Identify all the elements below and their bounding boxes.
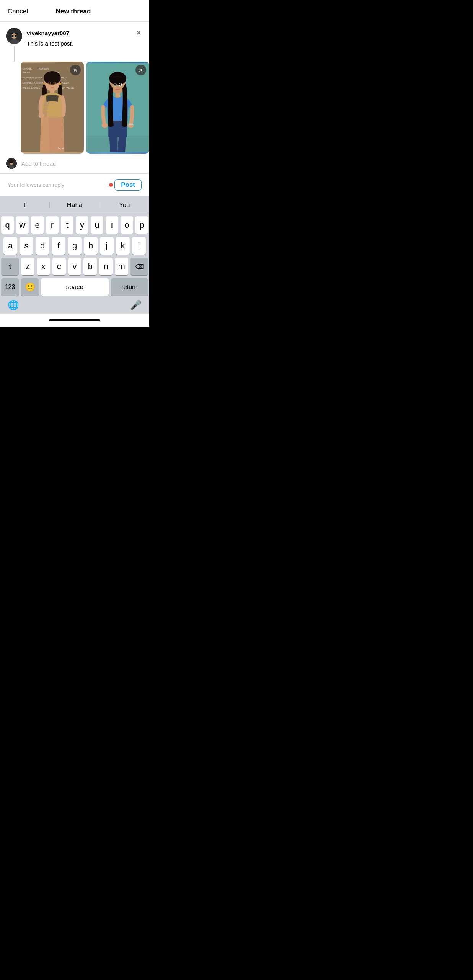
svg-rect-3: [10, 34, 11, 34]
svg-point-37: [109, 72, 126, 85]
svg-text:LAKME FASHION: LAKME FASHION: [23, 82, 44, 84]
key-x[interactable]: x: [37, 258, 50, 275]
thread-header-row: viveknayyar007 ✕: [27, 28, 143, 38]
key-w[interactable]: w: [16, 216, 29, 234]
svg-text:WEEK LAKME: WEEK LAKME: [23, 87, 41, 89]
key-f[interactable]: f: [52, 237, 65, 255]
remove-image-1-button[interactable]: ✕: [70, 65, 81, 75]
images-row: LAKME FASHION WEEK LAKME FASHION WEEK FA…: [21, 62, 149, 154]
key-l[interactable]: l: [132, 237, 146, 255]
key-a[interactable]: a: [3, 237, 17, 255]
home-bar: [49, 319, 100, 321]
keyboard-bottom-row: 🌐 🎤: [0, 297, 149, 314]
svg-text:FASHION WEEK: FASHION WEEK: [23, 76, 42, 79]
key-t[interactable]: t: [61, 216, 73, 234]
svg-text:WEEK: WEEK: [62, 82, 69, 84]
suggestion-2[interactable]: Haha: [50, 201, 99, 210]
key-row-3: ⇧ z x c v b n m ⌫: [1, 258, 148, 275]
svg-point-26: [43, 83, 45, 85]
svg-text:LAKME: LAKME: [23, 67, 32, 70]
suggestion-1[interactable]: I: [0, 201, 50, 210]
key-row-4: 123 🙂 space return: [1, 278, 148, 296]
svg-text:WEEK: WEEK: [23, 71, 30, 74]
shift-key[interactable]: ⇧: [1, 258, 19, 275]
key-g[interactable]: g: [68, 237, 82, 255]
svg-point-21: [44, 71, 61, 85]
post-button-container: Post: [109, 179, 142, 191]
keyboard: I Haha You q w e r t y u i o p a s: [0, 196, 149, 314]
reply-avatar: [6, 158, 17, 169]
thread-line-column: [6, 28, 22, 62]
key-j[interactable]: j: [100, 237, 114, 255]
svg-point-40: [114, 83, 116, 86]
keyboard-suggestions-row: I Haha You: [0, 198, 149, 213]
key-q[interactable]: q: [1, 216, 14, 234]
thread-body: viveknayyar007 ✕ This is a test post.: [27, 28, 143, 62]
post-button[interactable]: Post: [114, 179, 142, 191]
footer-bar: Your followers can reply Post: [0, 173, 149, 196]
key-b[interactable]: b: [83, 258, 97, 275]
key-row-2: a s d f g h j k l: [1, 237, 148, 255]
svg-rect-44: [129, 124, 134, 125]
svg-rect-6: [15, 35, 17, 37]
key-z[interactable]: z: [21, 258, 34, 275]
svg-point-25: [54, 82, 55, 84]
thread-post-area: viveknayyar007 ✕ This is a test post.: [0, 22, 149, 62]
return-key[interactable]: return: [111, 278, 148, 296]
emoji-key[interactable]: 🙂: [21, 278, 39, 296]
key-u[interactable]: u: [91, 216, 103, 234]
svg-point-48: [9, 159, 14, 163]
image-2[interactable]: ✕: [86, 62, 149, 154]
key-e[interactable]: e: [31, 216, 44, 234]
key-c[interactable]: c: [52, 258, 66, 275]
globe-icon[interactable]: 🌐: [8, 300, 19, 310]
space-key[interactable]: space: [41, 278, 109, 296]
microphone-icon[interactable]: 🎤: [130, 300, 142, 310]
svg-rect-5: [11, 35, 14, 37]
key-k[interactable]: k: [116, 237, 130, 255]
remove-image-2-button[interactable]: ✕: [135, 65, 146, 75]
add-thread-row[interactable]: Add to thread: [0, 154, 149, 173]
key-m[interactable]: m: [115, 258, 128, 275]
modal-title: New thread: [56, 8, 91, 15]
key-y[interactable]: y: [76, 216, 88, 234]
svg-text:FASHION: FASHION: [38, 67, 49, 70]
key-s[interactable]: s: [20, 237, 33, 255]
key-n[interactable]: n: [99, 258, 113, 275]
svg-point-27: [59, 83, 61, 85]
svg-point-41: [119, 83, 121, 86]
suggestion-3[interactable]: You: [99, 201, 149, 210]
post-indicator-dot: [109, 183, 113, 187]
modal-header: Cancel New thread: [0, 0, 149, 22]
key-o[interactable]: o: [121, 216, 133, 234]
svg-point-24: [49, 82, 51, 84]
svg-point-42: [102, 123, 108, 128]
backspace-key[interactable]: ⌫: [130, 258, 148, 275]
add-thread-placeholder[interactable]: Add to thread: [21, 160, 56, 167]
key-row-1: q w e r t y u i o p: [1, 216, 148, 234]
avatar: [6, 28, 22, 44]
image-1[interactable]: LAKME FASHION WEEK LAKME FASHION WEEK FA…: [21, 62, 84, 154]
key-p[interactable]: p: [135, 216, 148, 234]
key-v[interactable]: v: [68, 258, 82, 275]
post-username: viveknayyar007: [27, 30, 69, 36]
keys-area: q w e r t y u i o p a s d f g h j k: [0, 213, 149, 297]
thread-connector-line: [14, 46, 15, 62]
svg-text:Sejal: Sejal: [58, 147, 64, 150]
home-indicator-area: [0, 314, 149, 327]
numbers-key[interactable]: 123: [1, 278, 19, 296]
post-text[interactable]: This is a test post.: [27, 39, 143, 47]
reply-permission-text: Your followers can reply: [8, 182, 64, 188]
key-r[interactable]: r: [46, 216, 59, 234]
dismiss-post-button[interactable]: ✕: [134, 28, 143, 38]
key-h[interactable]: h: [84, 237, 98, 255]
key-i[interactable]: i: [106, 216, 118, 234]
cancel-button[interactable]: Cancel: [8, 6, 28, 17]
key-d[interactable]: d: [36, 237, 49, 255]
